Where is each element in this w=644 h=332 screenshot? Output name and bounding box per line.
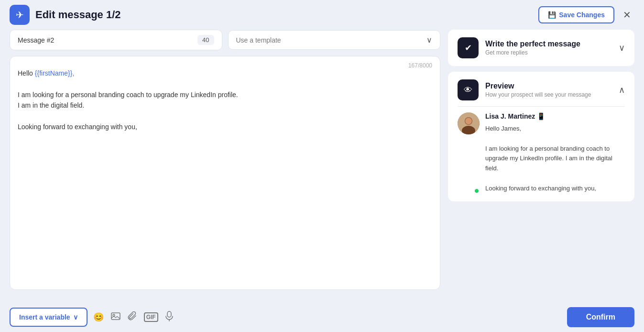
close-button[interactable]: ✕ [619, 7, 634, 22]
preview-header: 👁 Preview How your prospect will see you… [458, 79, 625, 100]
char-counter: 167/8000 [408, 62, 432, 69]
write-message-header-left: ✔ Write the perfect message Get more rep… [458, 37, 580, 58]
emoji-icon[interactable]: 😊 [93, 312, 104, 322]
firstname-variable: {{firstName}}, [35, 69, 75, 77]
write-message-icon-box: ✔ [458, 37, 479, 58]
confirm-button[interactable]: Confirm [567, 307, 634, 327]
right-panel: ✔ Write the perfect message Get more rep… [448, 30, 634, 290]
preview-header-left: 👁 Preview How your prospect will see you… [458, 79, 591, 100]
preview-text-group: Preview How your prospect will see your … [485, 82, 591, 98]
logo-icon: ✈ [10, 5, 30, 25]
template-dropdown-text: Use a template [236, 36, 281, 44]
message-count-badge: 40 [197, 35, 214, 45]
top-bar: ✈ Edit message 1/2 💾 Save Changes ✕ [0, 0, 644, 30]
preview-title: Preview [485, 82, 591, 90]
gif-icon[interactable]: GIF [144, 312, 158, 322]
preview-message-area: Lisa J. Martinez 📱 Hello James, I am loo… [485, 112, 625, 194]
template-dropdown[interactable]: Use a template ∨ [228, 30, 441, 50]
top-bar-right: 💾 Save Changes ✕ [538, 6, 634, 23]
preview-line-2: I am looking for a personal branding coa… [485, 144, 625, 174]
message-line-3: I am in the digital field. [18, 100, 432, 111]
bottom-toolbar: Insert a variable ∨ 😊 GIF [0, 302, 644, 332]
message-area[interactable]: 167/8000 Hello {{firstName}}, I am looki… [10, 56, 440, 290]
image-icon[interactable] [110, 311, 121, 324]
save-icon: 💾 [548, 11, 556, 19]
message-line-5: Looking forward to exchanging with you, [18, 122, 432, 132]
insert-variable-button[interactable]: Insert a variable ∨ [10, 308, 87, 327]
preview-line-1: Hello James, [485, 124, 625, 134]
left-panel: Message #2 40 Use a template ∨ 167/8000 … [10, 30, 440, 290]
avatar-container [458, 112, 480, 194]
message-line-1: Hello {{firstName}}, [18, 68, 432, 78]
toolbar-icons: 😊 GIF [93, 311, 174, 324]
top-bar-left: ✈ Edit message 1/2 [10, 5, 121, 25]
write-message-title: Write the perfect message [485, 40, 580, 48]
svg-rect-6 [167, 311, 171, 317]
message-line-2: I am looking for a personal branding coa… [18, 89, 432, 100]
svg-rect-4 [111, 313, 120, 320]
write-message-subtitle: Get more replies [485, 49, 580, 56]
toolbar-left: Insert a variable ∨ 😊 GIF [10, 308, 174, 327]
controls-row: Message #2 40 Use a template ∨ [10, 30, 440, 50]
write-message-header: ✔ Write the perfect message Get more rep… [458, 37, 625, 58]
preview-card: 👁 Preview How your prospect will see you… [448, 72, 634, 201]
message-content: Hello {{firstName}}, I am looking for a … [18, 68, 432, 132]
preview-content: Lisa J. Martinez 📱 Hello James, I am loo… [458, 112, 625, 194]
preview-divider [458, 106, 625, 107]
mic-icon[interactable] [165, 311, 174, 324]
attachment-icon[interactable] [128, 311, 137, 323]
insert-variable-chevron: ∨ [73, 313, 78, 321]
svg-point-3 [465, 118, 472, 124]
write-message-card: ✔ Write the perfect message Get more rep… [448, 30, 634, 66]
preview-collapse-icon[interactable]: ∧ [619, 85, 625, 95]
online-indicator [474, 188, 479, 193]
avatar [458, 112, 480, 134]
eye-icon: 👁 [464, 85, 472, 95]
page-title: Edit message 1/2 [35, 9, 121, 21]
chevron-down-icon: ∨ [426, 35, 432, 44]
save-changes-button[interactable]: 💾 Save Changes [538, 6, 614, 23]
check-icon: ✔ [465, 43, 472, 53]
message-label: Message #2 [18, 36, 54, 44]
preview-subtitle: How your prospect will see your message [485, 91, 591, 98]
preview-text: Hello James, I am looking for a personal… [485, 124, 625, 194]
main-layout: Message #2 40 Use a template ∨ 167/8000 … [0, 30, 644, 295]
preview-sender: Lisa J. Martinez 📱 [485, 112, 625, 120]
preview-line-3: Looking forward to exchanging with you, [485, 184, 625, 194]
preview-icon-box: 👁 [458, 79, 479, 100]
write-message-text: Write the perfect message Get more repli… [485, 40, 580, 56]
write-message-collapse-icon[interactable]: ∨ [619, 43, 625, 53]
message-label-box: Message #2 40 [10, 30, 222, 50]
